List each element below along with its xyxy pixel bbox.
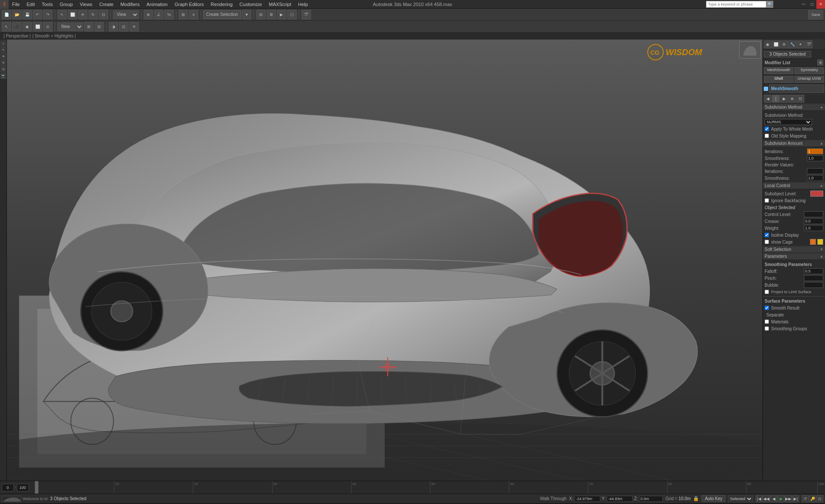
quick-render-btn[interactable]: 🎬 [301, 10, 311, 19]
key-mode-btn[interactable]: 🔑 [809, 495, 816, 502]
save-btn[interactable]: 💾 [22, 10, 32, 19]
render-smoothness-input[interactable] [807, 175, 823, 181]
menu-rendering[interactable]: Rendering [207, 0, 236, 8]
vp-label-perspective[interactable]: | Perspective | [3, 34, 31, 38]
move-btn[interactable]: ✛ [78, 10, 88, 19]
vp-label-smooth[interactable]: | Smooth + Highlights | [32, 34, 76, 38]
subdivision-method-header[interactable]: Subdivision Method ▲ [763, 104, 825, 111]
z-coord-input[interactable] [639, 496, 663, 502]
panel-icon-4[interactable]: 🔧 [788, 41, 796, 48]
close-button[interactable]: ✕ [816, 0, 825, 9]
select-btn[interactable]: ↖ [57, 10, 67, 19]
percent-snap-btn[interactable]: % [164, 10, 174, 19]
menu-modifiers[interactable]: Modifiers [117, 0, 143, 8]
app-icon[interactable]: 3 [0, 0, 9, 9]
auto-key-btn[interactable]: Auto Key [702, 495, 725, 502]
open-btn[interactable]: 📂 [12, 10, 22, 19]
render-iterations-input[interactable] [807, 168, 823, 174]
iterations-input[interactable] [807, 148, 823, 154]
next-key-btn[interactable]: ▶▶ [785, 495, 792, 502]
search-input[interactable] [706, 1, 766, 8]
cage-color-swatch-1[interactable] [810, 239, 816, 245]
x-coord-input[interactable] [574, 496, 600, 502]
ignore-backfacing-checkbox[interactable] [765, 198, 769, 203]
create-selection-btn[interactable]: Create Selection [203, 10, 241, 19]
menu-graph-editors[interactable]: Graph Editors [171, 0, 207, 8]
select-region-btn[interactable]: ⬜ [68, 10, 77, 19]
selected-dropdown[interactable]: Selected [728, 495, 753, 502]
y-coord-input[interactable] [607, 496, 633, 502]
lt-scale-btn[interactable]: ⊡ [0, 66, 6, 72]
pinch-input[interactable] [804, 275, 823, 281]
lt-select-btn[interactable]: ↖ [0, 47, 6, 53]
panel-nav-3[interactable]: ▶ [780, 95, 788, 103]
new-btn[interactable]: 📄 [2, 10, 11, 19]
minimize-button[interactable]: ─ [799, 0, 808, 9]
snap-btn[interactable]: ⊕ [144, 10, 153, 19]
lt-create-btn[interactable]: + [0, 41, 6, 47]
bubble-input[interactable] [804, 282, 823, 288]
align-btn[interactable]: ≡ [189, 10, 198, 19]
lock-icon[interactable]: 🔒 [693, 496, 699, 501]
menu-customize[interactable]: Customize [236, 0, 265, 8]
viewport-config-btn[interactable]: ⊡ [816, 495, 823, 502]
panel-nav-4[interactable]: ⊕ [788, 95, 796, 103]
sub-btn-3[interactable]: ◉ [22, 22, 32, 31]
total-frames-input[interactable] [17, 484, 29, 491]
viewport-wire-btn[interactable]: ⊡ [119, 22, 129, 31]
crease-input[interactable] [804, 218, 823, 224]
current-frame-input[interactable] [2, 484, 14, 491]
mini-viewport[interactable] [2, 496, 21, 502]
smooth-result-checkbox[interactable] [765, 306, 769, 310]
smoothing-groups-checkbox[interactable] [765, 326, 769, 331]
sub-btn-6[interactable]: ⊞ [84, 22, 94, 31]
sub-btn-1[interactable]: ↖ [2, 22, 11, 31]
timeline-track[interactable]: 0 10 20 30 40 50 60 70 80 90 100 [35, 481, 825, 494]
sub-btn-7[interactable]: ⊟ [94, 22, 104, 31]
menu-maxscript[interactable]: MAXScript [265, 0, 295, 8]
panel-icon-3[interactable]: ⚙ [780, 41, 788, 48]
unwrap-modifier-btn[interactable]: Unwrap UVW [794, 76, 824, 83]
parameters-header[interactable]: Parameters ▲ [763, 253, 825, 260]
menu-animation[interactable]: Animation [143, 0, 171, 8]
prev-key-btn[interactable]: ◀◀ [763, 495, 770, 502]
prev-frame-btn[interactable]: |◀ [756, 495, 762, 502]
scale-btn[interactable]: ⊡ [99, 10, 108, 19]
method-dropdown[interactable]: NURMS Classic Quads [765, 119, 812, 125]
play-reverse-btn[interactable]: ◀ [770, 495, 777, 502]
redo-btn[interactable]: ↷ [43, 10, 53, 19]
menu-create[interactable]: Create [96, 0, 117, 8]
menu-group[interactable]: Group [56, 0, 76, 8]
control-level-input[interactable] [804, 211, 823, 217]
project-to-limit-checkbox[interactable] [765, 290, 769, 294]
show-cage-checkbox[interactable] [765, 240, 769, 244]
isoline-display-checkbox[interactable] [765, 233, 769, 237]
time-config-btn[interactable]: ⏱ [802, 495, 809, 502]
active-modifier-item[interactable]: MeshSmooth [769, 85, 824, 93]
viewport[interactable]: CG WISDOM [7, 40, 762, 481]
menu-edit[interactable]: Edit [23, 0, 38, 8]
maximize-button[interactable]: □ [808, 0, 816, 9]
modifier-list-config-btn[interactable]: ⚙ [817, 59, 823, 66]
layer-btn[interactable]: ⊟ [256, 10, 266, 19]
old-style-mapping-checkbox[interactable] [765, 134, 769, 138]
material-editor-btn[interactable]: ⬡ [287, 10, 297, 19]
menu-views[interactable]: Views [76, 0, 96, 8]
angle-snap-btn[interactable]: ∠ [154, 10, 163, 19]
symmetry-modifier-btn[interactable]: Symmetry [794, 67, 824, 74]
panel-icon-5[interactable]: ☀ [797, 41, 804, 48]
lt-rotate-btn[interactable]: ↻ [0, 60, 6, 66]
menu-file[interactable]: File [9, 0, 23, 8]
timeline-playhead[interactable] [35, 481, 38, 494]
local-control-header[interactable]: Local Control ▲ [763, 182, 825, 189]
meshsmooth-modifier-btn[interactable]: MeshSmooth [764, 67, 794, 74]
undo-btn[interactable]: ↶ [33, 10, 42, 19]
panel-icon-6[interactable]: 🎬 [805, 41, 812, 48]
mode-dropdown[interactable]: New [57, 22, 83, 31]
play-btn[interactable]: ▶ [778, 495, 784, 502]
subdivision-amount-header[interactable]: Subdivision Amount ▲ [763, 140, 825, 147]
viewport-light-btn[interactable]: ☀ [129, 22, 139, 31]
weight-input[interactable] [804, 225, 823, 231]
menu-help[interactable]: Help [295, 0, 311, 8]
shell-modifier-btn[interactable]: Shell [764, 76, 794, 83]
